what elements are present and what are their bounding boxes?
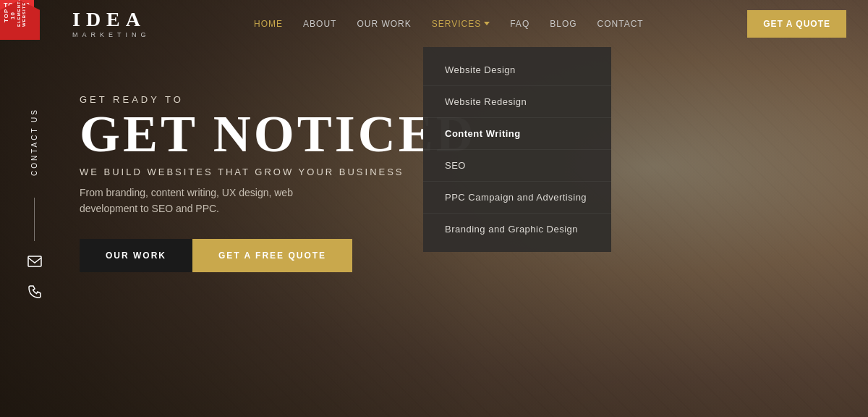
nav-links: HOME ABOUT OUR WORK SERVICES FAQ BLOG CO…	[254, 19, 644, 29]
hero-pre-title: GET READY TO	[80, 94, 477, 105]
nav-contact[interactable]: CONTACT	[597, 19, 644, 29]
services-dropdown: Website Design Website Redesign Content …	[423, 47, 611, 252]
email-icon[interactable]	[27, 256, 42, 271]
dropdown-item-branding[interactable]: Branding and Graphic Design	[423, 214, 611, 245]
hero-buttons: OUR WORK GET A FREE QUOTE	[80, 239, 477, 272]
dropdown-item-seo[interactable]: SEO	[423, 150, 611, 182]
svg-rect-0	[28, 256, 41, 266]
sidebar: CONTACT US	[0, 0, 69, 417]
dropdown-item-website-redesign[interactable]: Website Redesign	[423, 86, 611, 118]
free-quote-button[interactable]: GET A FREE QUOTE	[192, 239, 352, 272]
get-quote-button[interactable]: GET A QUOTE	[747, 10, 846, 38]
nav-services-label: SERVICES	[432, 19, 481, 29]
hero-title: GET NOTICED	[80, 111, 477, 158]
navbar: IDEA MARKETING HOME ABOUT OUR WORK SERVI…	[0, 0, 868, 47]
dropdown-item-website-design[interactable]: Website Design	[423, 54, 611, 86]
nav-faq[interactable]: FAQ	[510, 19, 529, 29]
dropdown-item-ppc[interactable]: PPC Campaign and Advertising	[423, 182, 611, 214]
hero-tagline: WE BUILD WEBSITES THAT GROW YOUR BUSINES…	[80, 167, 477, 177]
nav-blog[interactable]: BLOG	[550, 19, 576, 29]
logo-subtitle: MARKETING	[72, 31, 150, 38]
nav-our-work[interactable]: OUR WORK	[357, 19, 411, 29]
our-work-button[interactable]: OUR WORK	[80, 239, 192, 272]
nav-home[interactable]: HOME	[254, 19, 283, 29]
phone-icon[interactable]	[28, 285, 41, 302]
nav-about[interactable]: ABOUT	[303, 19, 336, 29]
services-chevron-icon	[484, 22, 490, 25]
sidebar-divider	[34, 198, 35, 241]
nav-services[interactable]: SERVICES	[432, 19, 490, 29]
hero-content: GET READY TO GET NOTICED WE BUILD WEBSIT…	[80, 94, 477, 272]
sidebar-contact-label: CONTACT US	[30, 108, 38, 176]
logo-title: IDEA	[72, 9, 146, 30]
dropdown-item-content-writing[interactable]: Content Writing	[423, 118, 611, 150]
hero-description: From branding, content writing, UX desig…	[80, 185, 340, 217]
logo: IDEA MARKETING	[72, 9, 150, 38]
